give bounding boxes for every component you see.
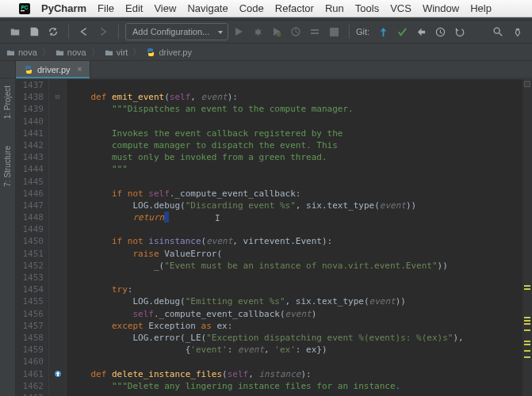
breadcrumb-file[interactable]: driver.py	[146, 48, 192, 57]
pycharm-app-icon: PC	[19, 3, 30, 14]
project-tool-button[interactable]: 1: Project	[0, 82, 15, 122]
error-stripe[interactable]	[522, 79, 532, 396]
svg-rect-1	[21, 10, 25, 11]
left-tool-rail: 1: Project 7: Structure	[0, 79, 16, 396]
editor-tab[interactable]: driver.py ×	[16, 61, 90, 78]
text-caret-icon: I	[215, 212, 220, 224]
chevron-right-icon: 〉	[91, 46, 100, 58]
git-update-button[interactable]	[374, 23, 392, 40]
git-history-button[interactable]	[431, 23, 449, 40]
profiler-button[interactable]	[287, 23, 304, 40]
forward-button[interactable]	[94, 23, 112, 40]
file-menu[interactable]: File	[98, 2, 114, 14]
code-area[interactable]: def emit_event(self, event): """Dispatch…	[67, 79, 522, 396]
override-icon[interactable]	[54, 370, 62, 378]
run-config-label: Add Configuration...	[132, 27, 209, 36]
main-toolbar: Add Configuration... Git:	[0, 20, 532, 44]
debug-button[interactable]	[249, 23, 266, 40]
git-revert-button[interactable]	[450, 23, 468, 40]
ide-settings-button[interactable]	[508, 23, 526, 40]
breadcrumb: nova 〉 nova 〉 virt 〉 driver.py	[0, 44, 532, 61]
git-label: Git:	[356, 27, 369, 36]
run-config-dropdown[interactable]: Add Configuration...	[125, 23, 228, 40]
edit-menu[interactable]: Edit	[125, 2, 143, 14]
close-tab-icon[interactable]: ×	[78, 65, 82, 74]
chevron-right-icon: 〉	[132, 46, 141, 58]
breadcrumb-seg[interactable]: virt	[105, 48, 128, 57]
code-menu[interactable]: Code	[239, 2, 264, 14]
breadcrumb-seg[interactable]: nova	[55, 48, 86, 57]
concurrency-button[interactable]	[306, 23, 323, 40]
view-menu[interactable]: View	[154, 2, 176, 14]
git-commit-button[interactable]	[393, 23, 411, 40]
python-file-icon	[24, 65, 33, 74]
sync-button[interactable]	[44, 23, 62, 40]
vcs-menu[interactable]: VCS	[390, 2, 411, 14]
tab-label: driver.py	[37, 65, 71, 74]
python-file-icon	[146, 48, 155, 57]
search-everywhere-button[interactable]	[489, 23, 507, 40]
stop-button[interactable]	[325, 23, 343, 40]
run-menu[interactable]: Run	[325, 2, 344, 14]
code-editor[interactable]: 1437 1438 1439 1440 1441 1442 1443 1444 …	[16, 79, 532, 396]
svg-rect-4	[277, 32, 281, 36]
svg-point-3	[255, 29, 261, 35]
git-compare-button[interactable]	[412, 23, 430, 40]
svg-point-9	[517, 29, 519, 30]
window-menu[interactable]: Window	[423, 2, 459, 14]
editor-tabs: driver.py ×	[0, 61, 532, 78]
line-number-gutter: 1437 1438 1439 1440 1441 1442 1443 1444 …	[16, 79, 49, 396]
app-menu[interactable]: PyCharm	[41, 2, 86, 14]
help-menu[interactable]: Help	[470, 2, 492, 14]
run-button[interactable]	[230, 23, 247, 40]
breadcrumb-root[interactable]: nova	[6, 48, 37, 57]
save-all-button[interactable]	[25, 23, 43, 40]
fold-gutter: ⊟	[49, 79, 67, 396]
back-button[interactable]	[75, 23, 93, 40]
analysis-status-icon	[524, 81, 530, 87]
fold-minus-icon[interactable]: ⊟	[55, 91, 59, 103]
open-file-button[interactable]	[6, 23, 24, 40]
coverage-button[interactable]	[268, 23, 285, 40]
chevron-right-icon: 〉	[42, 46, 51, 58]
macos-menubar: PC PyCharm File Edit View Navigate Code …	[0, 0, 532, 17]
structure-tool-button[interactable]: 7: Structure	[0, 143, 15, 190]
navigate-menu[interactable]: Navigate	[187, 2, 228, 14]
svg-text:PC: PC	[21, 4, 29, 10]
svg-point-8	[494, 28, 499, 33]
svg-rect-6	[330, 28, 339, 36]
tools-menu[interactable]: Tools	[355, 2, 379, 14]
refactor-menu[interactable]: Refactor	[275, 2, 314, 14]
